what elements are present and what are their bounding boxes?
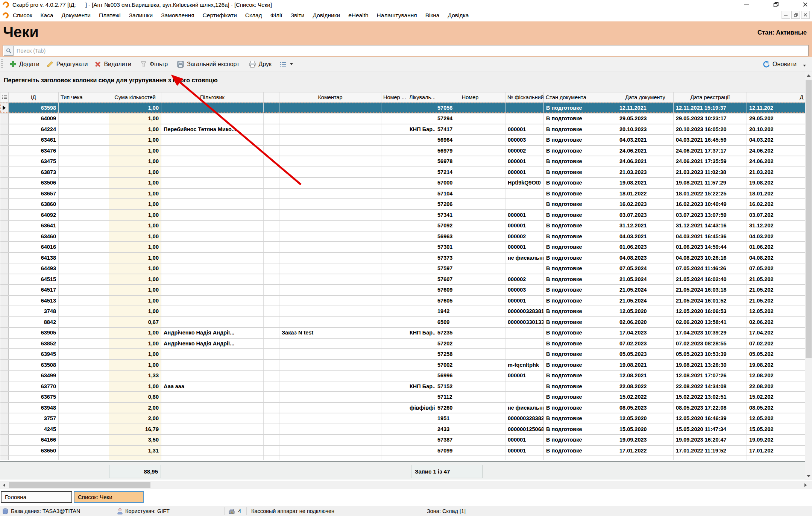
column-header[interactable]: Тип чека: [59, 92, 109, 103]
edit-button[interactable]: Редагувати: [43, 59, 91, 70]
cell[interactable]: [264, 263, 279, 274]
cell[interactable]: [279, 177, 381, 188]
table-row[interactable]: 640161,0057301000001В подготовке01.06.20…: [0, 242, 806, 253]
cell[interactable]: [407, 317, 435, 328]
cell[interactable]: 63460: [9, 231, 59, 242]
cell[interactable]: [59, 424, 109, 435]
cell[interactable]: [505, 392, 544, 403]
cell[interactable]: В подготовке: [544, 274, 617, 285]
cell[interactable]: [279, 338, 381, 349]
cell[interactable]: [264, 381, 279, 392]
row-indicator[interactable]: [0, 360, 9, 371]
cell[interactable]: [381, 317, 407, 328]
cell[interactable]: 17.04.2023 10:39:29: [674, 327, 747, 338]
cell[interactable]: [264, 145, 279, 156]
cell[interactable]: [59, 188, 109, 199]
cell[interactable]: 63657: [9, 188, 59, 199]
cell[interactable]: 000003: [505, 135, 544, 145]
cell[interactable]: [505, 381, 544, 392]
cell[interactable]: 63508: [9, 360, 59, 371]
cell[interactable]: 1,00: [109, 199, 161, 210]
table-row[interactable]: 634761,0056979000002В подготовке24.06.20…: [0, 145, 806, 156]
table-row[interactable]: 640091,0057294В подготовке29.05.202329.0…: [0, 113, 806, 124]
row-indicator[interactable]: [0, 188, 9, 199]
cell[interactable]: [381, 156, 407, 167]
cell[interactable]: 1,00: [109, 327, 161, 338]
cell[interactable]: [407, 338, 435, 349]
cell[interactable]: [264, 274, 279, 285]
cell[interactable]: [59, 231, 109, 242]
cell[interactable]: [264, 327, 279, 338]
table-row[interactable]: 638731,0057214000001В подготовке21.03.20…: [0, 167, 806, 178]
table-row[interactable]: 634751,0056978000001В подготовке24.06.20…: [0, 156, 806, 167]
cell[interactable]: [381, 231, 407, 242]
cell[interactable]: [505, 456, 544, 460]
cell[interactable]: 24.06.2021 17:37:17: [674, 145, 747, 156]
cell[interactable]: 20.10.2023: [617, 124, 674, 135]
cell[interactable]: В подготовке: [544, 103, 617, 113]
cell[interactable]: В подготовке: [544, 210, 617, 221]
cell[interactable]: 29.05.2023 10:23:17: [674, 113, 747, 124]
cell[interactable]: 04.08.2023: [617, 253, 674, 263]
cell[interactable]: 63852: [9, 338, 59, 349]
cell[interactable]: 12.11.2021: [617, 103, 674, 113]
cell[interactable]: [279, 156, 381, 167]
cell[interactable]: [161, 199, 264, 210]
row-indicator[interactable]: [0, 156, 9, 167]
cell[interactable]: [407, 274, 435, 285]
column-header[interactable]: Дата реєстрації: [674, 92, 747, 103]
cell[interactable]: 12.05.2020 16:06:53: [674, 306, 747, 317]
cell[interactable]: [381, 349, 407, 360]
cell[interactable]: [381, 338, 407, 349]
cell[interactable]: [264, 242, 279, 253]
cell[interactable]: В подготовке: [544, 445, 617, 456]
horizontal-scrollbar-thumb[interactable]: [9, 482, 150, 488]
cell[interactable]: 1,00: [109, 274, 161, 285]
cell[interactable]: [381, 403, 407, 413]
cell[interactable]: [407, 456, 435, 460]
row-indicator[interactable]: [0, 103, 9, 113]
cell[interactable]: [59, 145, 109, 156]
cell[interactable]: В подготовке: [544, 317, 617, 328]
cell[interactable]: 57607: [435, 274, 505, 285]
table-row[interactable]: 636501,3157099000001В подготовке17.01.20…: [0, 445, 806, 456]
cell[interactable]: 12.05.2020: [617, 306, 674, 317]
cell[interactable]: [264, 413, 279, 424]
cell[interactable]: [59, 360, 109, 371]
cell[interactable]: [161, 253, 264, 263]
cell[interactable]: 1,00: [109, 284, 161, 295]
cell[interactable]: [264, 434, 279, 445]
cell[interactable]: [279, 360, 381, 371]
cell[interactable]: [407, 253, 435, 263]
cell[interactable]: [505, 338, 544, 349]
cell[interactable]: 000001: [505, 124, 544, 135]
horizontal-scrollbar[interactable]: [0, 481, 812, 489]
cell[interactable]: 63506: [9, 177, 59, 188]
cell[interactable]: Андріченко Надія Андрії...: [161, 327, 264, 338]
cell[interactable]: [161, 403, 264, 413]
cell[interactable]: 16.02.2023 10:40:49: [674, 199, 747, 210]
cell[interactable]: m-fqcnItphk: [505, 360, 544, 371]
cell[interactable]: [279, 413, 381, 424]
cell[interactable]: В подготовке: [544, 327, 617, 338]
table-row[interactable]: 638521,00Андріченко Надія Андрії...57202…: [0, 338, 806, 349]
cell[interactable]: 12.08.202: [747, 370, 806, 381]
table-row[interactable]: 639451,0057258В подготовке05.05.202305.0…: [0, 349, 806, 360]
cell[interactable]: 24.06.2021 17:35:59: [674, 156, 747, 167]
cell[interactable]: 000001: [505, 210, 544, 221]
table-row[interactable]: 636571,0057104В подготовке18.01.202218.0…: [0, 188, 806, 199]
cell[interactable]: [381, 381, 407, 392]
cell[interactable]: 1942: [435, 306, 505, 317]
cell[interactable]: [264, 124, 279, 135]
cell[interactable]: 22.08.202: [747, 381, 806, 392]
cell[interactable]: фівфівфів: [407, 403, 435, 413]
cell[interactable]: 20.10.2023 16:05:20: [674, 124, 747, 135]
table-row[interactable]: 639482,00фівфівфів57260не фискальныйВ по…: [0, 403, 806, 413]
cell[interactable]: 63598: [9, 103, 59, 113]
row-indicator[interactable]: [0, 445, 9, 456]
cell[interactable]: [279, 445, 381, 456]
cell[interactable]: [264, 338, 279, 349]
table-row[interactable]: 635061,0057000Hptl9kQ9Ot0В подготовке19.…: [0, 177, 806, 188]
cell[interactable]: В подготовке: [544, 338, 617, 349]
cell[interactable]: [279, 317, 381, 328]
